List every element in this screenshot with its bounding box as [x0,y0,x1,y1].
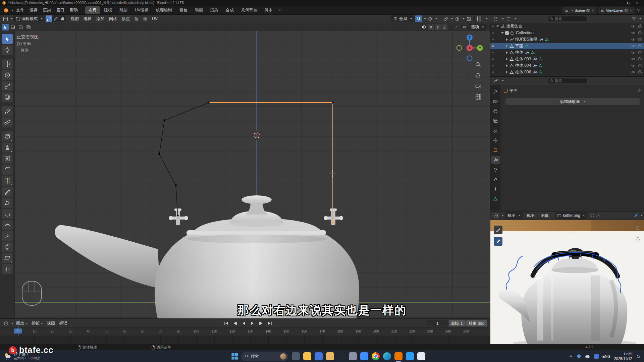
tool-annotate[interactable] [2,106,13,116]
shading-dropdown-icon[interactable] [486,18,488,19]
start-button[interactable] [231,352,239,360]
mirror-z-button[interactable]: Z [441,24,447,30]
annotate-tool-icon[interactable] [634,214,638,218]
workspace-tab-布局[interactable]: 布局 [85,6,100,14]
tool-inset-faces[interactable] [2,154,13,164]
current-frame-field[interactable]: 1 [427,320,448,326]
tool-shear[interactable] [2,253,13,263]
outliner-row-柱体.008[interactable]: 柱体.008 [490,69,644,76]
hide-in-viewport-icon[interactable] [631,24,636,29]
new-scene-icon[interactable] [586,9,590,12]
outliner-row-NURBS路径[interactable]: NURBS路径 [490,36,644,43]
workspace-tab-UV编辑[interactable]: UV编辑 [131,6,152,14]
select-extend-button[interactable] [10,24,16,31]
properties-search[interactable] [548,78,588,84]
shading-wireframe-button[interactable] [477,16,478,21]
disable-in-renders-icon[interactable] [638,57,643,61]
editor-type-image-button[interactable] [492,212,499,219]
jump-to-end-button[interactable] [266,320,274,327]
filter-funnel-icon[interactable] [632,17,636,21]
properties-tab-tool[interactable] [491,88,500,96]
image-zoom-icon[interactable] [634,224,642,232]
viewport-menu-UV[interactable]: UV [150,16,160,22]
tool-poly-build[interactable] [2,198,13,208]
tool-add-cube[interactable] [2,131,13,141]
tool-shrink-fatten[interactable] [2,242,13,252]
image-pan-hand-icon[interactable] [634,235,642,243]
play-button[interactable] [249,320,257,327]
view-layer-selector[interactable]: ViewLayer × [598,7,635,14]
properties-tab-view-layer[interactable] [491,117,500,125]
jump-to-start-button[interactable] [222,320,230,327]
timeline-menu-回放[interactable]: 回放 [14,320,30,327]
fake-user-icon[interactable] [590,214,594,218]
add-modifier-button[interactable]: 添加修改器 [505,98,640,106]
tool-edge-slide[interactable] [2,231,13,241]
menu-编辑[interactable]: 编辑 [27,6,40,14]
play-reverse-button[interactable] [240,320,248,327]
disable-in-renders-icon[interactable] [638,70,643,74]
reference-photo[interactable] [490,220,644,345]
hide-in-viewport-icon[interactable] [631,63,636,68]
menu-帮助[interactable]: 帮助 [67,6,80,14]
tool-transform[interactable] [2,92,13,102]
security-shield-icon[interactable] [577,354,581,359]
disable-in-renders-icon[interactable] [638,44,643,48]
show-gizmo-button[interactable] [442,15,449,22]
mode-dropdown[interactable]: 编辑模式 [13,15,45,22]
edge-select-button[interactable] [52,15,59,22]
tool-scale[interactable] [2,81,13,91]
properties-tab-render[interactable] [491,98,500,106]
workspace-tab-渲染[interactable]: 渲染 [207,6,222,14]
disable-in-renders-icon[interactable] [638,37,643,42]
outliner-row-场景集合[interactable]: 场景集合 [490,23,644,30]
zoom-icon[interactable] [474,60,483,69]
3d-viewport[interactable]: 正交右视图 (1) 平面 厘米 Z Y X [0,31,490,318]
selected-plane-edges[interactable] [209,103,333,223]
snap-falloff-icon[interactable] [453,24,460,31]
taskbar-app-photos[interactable] [315,352,323,360]
image-image-menu[interactable]: 图像 [538,212,551,219]
select-intersect-button[interactable] [25,24,32,31]
editor-type-button[interactable] [2,15,9,22]
workspace-tab-脚本[interactable]: 脚本 [261,6,276,14]
handle-curve[interactable] [159,103,209,216]
timeline-menu-标记[interactable]: 标记 [57,320,69,327]
viewport-menu-添加[interactable]: 添加 [94,15,107,22]
tool-knife[interactable] [2,187,13,197]
select-new-button[interactable] [2,24,9,31]
notification-bell-icon[interactable] [636,354,641,359]
overlays-dropdown-icon[interactable] [463,18,465,19]
onedrive-cloud-icon[interactable] [585,354,590,358]
prev-keyframe-button[interactable] [231,320,239,327]
taskbar-app-obs[interactable] [337,352,345,360]
viewport-menu-网格[interactable]: 网格 [107,15,119,22]
proportional-dropdown-icon[interactable] [435,18,437,19]
disclosure-icon[interactable] [506,64,508,67]
disclosure-icon[interactable] [506,38,508,41]
mirror-y-button[interactable]: Y [435,24,441,30]
sample-tool-button[interactable] [494,226,502,234]
taskbar-app-task-view[interactable] [292,352,300,360]
tool-loop-cut[interactable] [2,176,13,186]
snap-dropdown-icon[interactable] [424,18,426,19]
clock[interactable]: 11:35 2025/11/12 [614,352,632,361]
xray-toggle-button[interactable] [465,15,472,22]
add-workspace-button[interactable]: + [276,7,284,13]
disclosure-icon[interactable] [496,25,499,27]
hide-in-viewport-icon[interactable] [631,70,636,74]
mirror-x-button[interactable]: X [428,24,434,30]
properties-search-input[interactable] [555,79,581,83]
tool-smooth[interactable] [2,220,13,230]
maximize-button[interactable] [627,1,631,5]
selected-vertex[interactable] [332,222,334,224]
shading-rendered-button[interactable] [483,16,484,21]
shading-material-button[interactable] [482,16,482,21]
edit-mode-overlay[interactable] [0,31,490,318]
remove-view-layer-icon[interactable]: × [629,8,633,12]
gizmo-y-label[interactable]: Y [479,46,481,50]
hide-in-viewport-icon[interactable] [631,57,636,61]
image-mode-dropdown[interactable]: 视图 [505,212,523,219]
workspace-tab-动画[interactable]: 动画 [192,6,206,14]
outliner-search[interactable] [548,16,588,22]
